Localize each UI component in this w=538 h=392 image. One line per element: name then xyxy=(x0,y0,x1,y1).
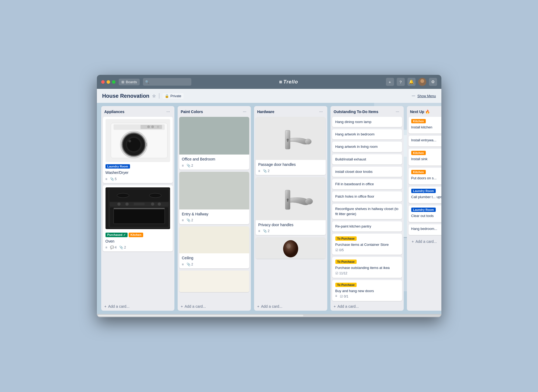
card-entry-hallway[interactable]: Entry & Hallway ≡ 📎 2 xyxy=(179,172,249,225)
card-exhaust[interactable]: Build/install exhaust xyxy=(332,154,402,164)
svg-point-30 xyxy=(158,202,161,206)
card-oven-title: Oven xyxy=(106,239,170,244)
add-card-label: Add a card... xyxy=(416,239,437,244)
list-hardware-menu[interactable]: ··· xyxy=(318,109,324,115)
card-patch-holes[interactable]: Patch holes in office floor xyxy=(332,191,402,202)
card-clear-tools[interactable]: Laundry Room Clear out tools xyxy=(409,205,441,222)
label-laundry-n6: Laundry Room xyxy=(411,208,436,212)
add-button[interactable]: + xyxy=(386,78,394,86)
board-content: Appliances ··· xyxy=(97,103,441,314)
list-paint-cards: Office and Bedroom ≡ 📎 2 Entry & Hallway… xyxy=(178,117,251,302)
label-kitchen-n4: Kitchen xyxy=(411,170,426,174)
card-artwork-bedroom[interactable]: Hang artwork in bedroom xyxy=(332,129,402,139)
add-icon: + xyxy=(334,304,336,309)
board-header-right: ··· Show Menu xyxy=(412,93,436,98)
titlebar-actions: + ? 🔔 ⚙ xyxy=(386,78,437,86)
list-appliances-header: Appliances ··· xyxy=(101,106,174,117)
list-paint-header: Paint Colors ··· xyxy=(178,106,251,117)
boards-icon: ⊞ xyxy=(121,80,124,84)
scrollbar-thumb[interactable] xyxy=(98,315,303,316)
add-card-nextup[interactable]: + Add a card... xyxy=(409,237,441,246)
show-menu-button[interactable]: Show Menu xyxy=(417,94,436,98)
card-new-doors[interactable]: To Purchase Buy and hang new doors ≡ ☑ 0… xyxy=(332,280,402,301)
card-hang-bedroom[interactable]: Hang bedroom... xyxy=(409,224,441,235)
card-put-doors[interactable]: Kitchen Put doors on s... xyxy=(409,168,441,184)
card-washer-image xyxy=(106,119,170,162)
svg-point-18 xyxy=(128,140,131,142)
add-card-paint[interactable]: + Add a card... xyxy=(178,302,251,311)
card-closet-knobs[interactable]: install closet door knobs xyxy=(332,167,402,177)
card-office-bedroom[interactable]: Office and Bedroom ≡ 📎 2 xyxy=(179,117,249,170)
card-washer[interactable]: Laundry Room Washer/Dryer ≡ 📎 5 xyxy=(103,117,173,183)
list-hardware-header: Hardware ··· xyxy=(254,106,327,117)
add-icon: + xyxy=(104,304,107,309)
card-ceiling-swatch xyxy=(179,226,249,253)
board-title: House Renovation xyxy=(102,93,150,99)
card-container-store[interactable]: To Purchase Purchase items at Container … xyxy=(332,234,402,255)
list-nextup-title: Next Up 🔥 xyxy=(410,110,430,114)
board-privacy[interactable]: 🔒 Private xyxy=(163,93,183,99)
card-install-kitchen[interactable]: Kitchen Install kitchen xyxy=(409,117,441,134)
svg-rect-38 xyxy=(287,140,288,142)
card-install-sink[interactable]: Kitchen Install sink xyxy=(409,149,441,165)
card-artwork-living[interactable]: Hang artwork in living room xyxy=(332,142,402,152)
help-button[interactable]: ? xyxy=(397,78,405,86)
search-icon: 🔍 xyxy=(145,80,149,84)
list-hardware: Hardware ··· xyxy=(254,106,327,311)
list-appliances-menu[interactable]: ··· xyxy=(165,109,171,115)
card-office-title: Office and Bedroom xyxy=(182,157,247,162)
boards-button[interactable]: ⊞ Boards xyxy=(119,79,140,85)
privacy-label: Private xyxy=(170,94,181,98)
label-kitchen: Kitchen xyxy=(129,233,143,237)
card-oven[interactable]: Purchased ✓ Kitchen Oven ≡ 💬 4 📎 2 xyxy=(103,185,173,252)
card-passage-handles[interactable]: Passage door handles ≡ 📎 2 xyxy=(256,117,326,175)
list-todo-menu[interactable]: ··· xyxy=(395,109,400,115)
add-card-label: Add a card... xyxy=(185,304,206,309)
close-button[interactable] xyxy=(101,80,105,84)
card-privacy-handles[interactable]: Privacy door handles ≡ 📎 2 xyxy=(256,177,326,235)
notifications-button[interactable]: 🔔 xyxy=(407,78,416,86)
more-options-button[interactable]: ··· xyxy=(412,93,415,98)
card-passage-meta: ≡ 📎 2 xyxy=(258,169,323,173)
svg-point-1 xyxy=(419,83,426,86)
svg-point-24 xyxy=(117,193,129,198)
minimize-button[interactable] xyxy=(107,80,110,84)
svg-point-27 xyxy=(117,202,121,206)
card-passage-title: Passage door handles xyxy=(258,162,323,167)
maximize-button[interactable] xyxy=(112,80,115,84)
card-office-swatch xyxy=(179,117,249,155)
list-paint-menu[interactable]: ··· xyxy=(242,109,247,115)
card-baseboard[interactable]: Fill in baseboard in office xyxy=(332,179,402,189)
add-card-appliances[interactable]: + Add a card... xyxy=(101,302,174,311)
list-nextup-cards: Kitchen Install kitchen Install entrywa.… xyxy=(407,117,441,311)
add-card-hardware[interactable]: + Add a card... xyxy=(254,302,327,311)
card-call-plumber[interactable]: Laundry Room Call plumber t... ups xyxy=(409,187,441,203)
board-star-icon[interactable]: ☆ xyxy=(152,93,156,99)
card-ikea[interactable]: To Purchase Purchase outstanding items a… xyxy=(332,257,402,278)
list-paint-title: Paint Colors xyxy=(181,110,203,114)
card-shelves[interactable]: Reconfigure shelves in hallway closet (t… xyxy=(332,204,402,219)
card-washer-desc-icon: ≡ xyxy=(106,177,107,181)
settings-button[interactable]: ⚙ xyxy=(429,78,437,86)
card-hang-lamp[interactable]: Hang dining room lamp xyxy=(332,117,402,127)
list-next-up: Next Up 🔥 ··· Kitchen Install kitchen In… xyxy=(407,106,441,311)
card-privacy-title: Privacy door handles xyxy=(258,222,323,228)
traffic-lights xyxy=(101,80,115,84)
add-card-todo[interactable]: + Add a card... xyxy=(330,302,404,311)
card-doorknob-dark[interactable] xyxy=(256,237,326,259)
card-trim-partial[interactable] xyxy=(179,271,249,292)
card-repaint-pantry[interactable]: Re-paint kitchen pantry xyxy=(332,221,402,232)
card-entry-meta: ≡ 📎 2 xyxy=(182,218,247,222)
card-install-entryway[interactable]: Install entrywa... xyxy=(409,136,441,146)
card-oven-labels: Purchased ✓ Kitchen xyxy=(106,233,170,237)
svg-point-17 xyxy=(127,138,140,151)
svg-point-36 xyxy=(305,139,311,144)
avatar[interactable] xyxy=(418,78,426,86)
svg-rect-33 xyxy=(114,209,165,224)
svg-point-0 xyxy=(420,79,424,83)
card-ceiling[interactable]: Ceiling ≡ 📎 2 xyxy=(179,226,249,268)
horizontal-scrollbar[interactable] xyxy=(97,314,441,317)
board-divider xyxy=(159,93,159,99)
card-oven-comments: 💬 4 xyxy=(110,246,117,249)
search-bar[interactable]: 🔍 xyxy=(143,78,191,86)
